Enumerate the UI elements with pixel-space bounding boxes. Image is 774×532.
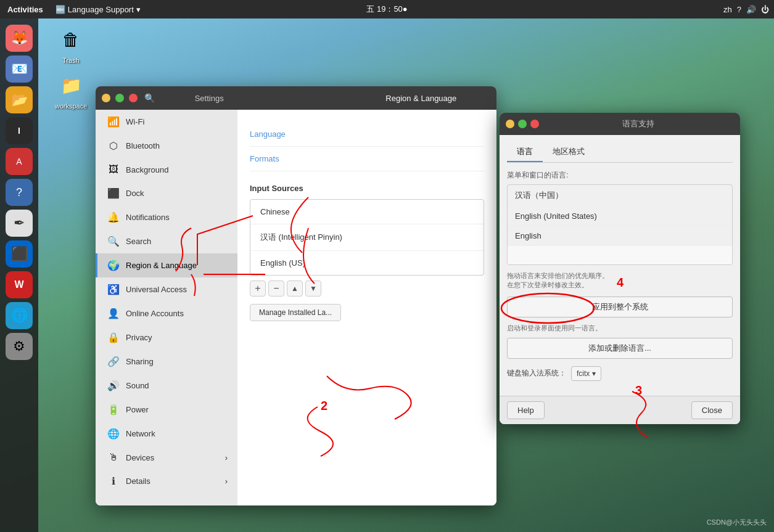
sound-icon: 🔊 [107, 380, 120, 391]
move-up-button[interactable]: ▲ [287, 280, 303, 297]
menu-lang-label: 菜单和窗口的语言: [507, 170, 733, 181]
settings-body: 📶 Wi-Fi ⬡ Bluetooth 🖼 Background ⬛ Dock … [96, 110, 496, 505]
dock-firefox[interactable]: 🦊 [6, 25, 33, 52]
settings-sidebar: 📶 Wi-Fi ⬡ Bluetooth 🖼 Background ⬛ Dock … [96, 110, 237, 505]
search-icon[interactable]: 🔍 [142, 91, 156, 105]
sidebar-item-bluetooth[interactable]: ⬡ Bluetooth [96, 134, 237, 158]
close-button[interactable] [129, 94, 138, 102]
apply-system-button[interactable]: 应用到整个系统 [507, 297, 733, 317]
settings-subtitle: Region & Language [385, 94, 456, 103]
sidebar-item-dock[interactable]: ⬛ Dock [96, 181, 237, 205]
top-panel: Activities 🔤 Language Support ▾ 五 19：50●… [0, 0, 774, 18]
background-icon: 🖼 [107, 164, 120, 175]
dock-browser[interactable]: 🌐 [6, 302, 33, 329]
lang-hint: 拖动语言来安排他们的优先顺序。在您下次登录时修改主效。 [507, 271, 733, 290]
lang-english[interactable]: English [508, 226, 732, 246]
dialog-close-button[interactable]: Close [691, 401, 733, 419]
desktop-area: 🗑 Trash 📁 workspace [46, 25, 96, 116]
maximize-button[interactable] [115, 94, 124, 102]
dock-intellij[interactable]: I [6, 117, 33, 144]
minimize-button[interactable] [102, 94, 110, 102]
dock-wps[interactable]: W [6, 271, 33, 298]
wifi-icon: 📶 [107, 116, 120, 128]
add-source-button[interactable]: + [250, 280, 266, 297]
dock-files[interactable]: 📂 [6, 86, 33, 113]
sidebar-item-devices[interactable]: 🖱 Devices › [96, 446, 237, 469]
login-hint: 启动和登录界面使用同一语言。 [507, 324, 733, 333]
clock: 五 19：50● [366, 4, 407, 15]
activities-button[interactable]: Activities [0, 5, 51, 14]
input-sources-title: Input Sources [250, 184, 484, 193]
lang-minimize-button[interactable] [506, 120, 514, 128]
dock-icon: ⬛ [107, 187, 120, 199]
input-sources-controls: + − ▲ ▼ [250, 280, 484, 297]
dock-help[interactable]: ? [6, 179, 33, 206]
lang-dialog-title: 语言支持 [622, 118, 654, 129]
lang-list-empty [508, 246, 732, 264]
language-row: Language [250, 122, 484, 147]
app-title[interactable]: 🔤 Language Support ▾ [51, 5, 146, 14]
sharing-icon: 🔗 [107, 356, 120, 367]
workspace-icon[interactable]: 📁 workspace [46, 70, 96, 110]
notifications-icon: 🔔 [107, 211, 120, 223]
privacy-icon: 🔒 [107, 332, 120, 343]
language-label[interactable]: Language [250, 129, 324, 139]
lang-maximize-button[interactable] [518, 120, 527, 128]
details-arrow: › [225, 477, 228, 486]
lang-english-us[interactable]: English (United States) [508, 207, 732, 226]
sidebar-item-power[interactable]: 🔋 Power [96, 398, 237, 422]
dock-thunderbird[interactable]: 📧 [6, 55, 33, 83]
bluetooth-icon: ⬡ [107, 140, 120, 152]
sidebar-item-search[interactable]: 🔍 Search [96, 229, 237, 253]
tab-language[interactable]: 语言 [507, 142, 543, 162]
sidebar-item-sharing[interactable]: 🔗 Sharing [96, 350, 237, 374]
devices-icon: 🖱 [107, 452, 120, 463]
keyboard-icon[interactable]: zh [723, 5, 732, 14]
help-icon[interactable]: ? [737, 5, 741, 14]
lang-close-button[interactable] [530, 120, 539, 128]
power-icon[interactable]: ⏻ [761, 5, 769, 14]
manage-languages-button[interactable]: Manage Installed La... [250, 304, 341, 321]
watermark: CSDN@小无头头头 [707, 518, 767, 527]
dock-texteditor[interactable]: A [6, 148, 33, 175]
sidebar-item-details[interactable]: ℹ Details › [96, 469, 237, 493]
lang-list: 汉语（中国） English (United States) English [507, 184, 733, 265]
input-source-english[interactable]: English (US) [250, 251, 484, 275]
universal-icon: ♿ [107, 284, 120, 295]
sidebar-item-sound[interactable]: 🔊 Sound [96, 374, 237, 398]
remove-source-button[interactable]: − [268, 280, 284, 297]
lang-chinese[interactable]: 汉语（中国） [508, 185, 732, 207]
add-remove-lang-button[interactable]: 添加或删除语言... [507, 338, 733, 359]
dock-settings[interactable]: ⚙ [6, 333, 33, 360]
search-sidebar-icon: 🔍 [107, 235, 120, 247]
details-icon: ℹ [107, 475, 120, 487]
sidebar-item-online[interactable]: 👤 Online Accounts [96, 301, 237, 325]
keyboard-select[interactable]: fcitx ▾ [571, 366, 601, 381]
sidebar-item-privacy[interactable]: 🔒 Privacy [96, 325, 237, 350]
sidebar-item-universal[interactable]: ♿ Universal Access [96, 277, 237, 301]
dock-inkscape[interactable]: ✒ [6, 210, 33, 237]
tab-region-format[interactable]: 地区格式 [543, 142, 595, 162]
volume-icon[interactable]: 🔊 [746, 5, 756, 14]
sidebar-item-wifi[interactable]: 📶 Wi-Fi [96, 110, 237, 134]
trash-icon[interactable]: 🗑 Trash [46, 25, 96, 64]
help-button[interactable]: Help [507, 401, 545, 419]
sidebar-item-network[interactable]: 🌐 Network [96, 422, 237, 446]
sidebar-item-background[interactable]: 🖼 Background [96, 158, 237, 181]
dropdown-icon: ▾ [136, 5, 141, 14]
input-sources-list: Chinese 汉语 (Intelligent Pinyin) English … [250, 199, 484, 276]
settings-window: 🔍 Settings Region & Language 📶 Wi-Fi ⬡ B… [96, 86, 496, 505]
network-icon: 🌐 [107, 428, 120, 440]
formats-label[interactable]: Formats [250, 154, 324, 163]
lang-dialog-footer: Help Close [500, 396, 740, 424]
sidebar-item-notifications[interactable]: 🔔 Notifications [96, 205, 237, 229]
dock: 🦊 📧 📂 I A ? ✒ ⬛ W 🌐 ⚙ [0, 18, 38, 532]
move-down-button[interactable]: ▼ [305, 280, 321, 297]
input-source-chinese[interactable]: Chinese [250, 200, 484, 224]
online-icon: 👤 [107, 308, 120, 319]
sidebar-item-region[interactable]: 🌍 Region & Language [96, 253, 237, 277]
dock-vscode[interactable]: ⬛ [6, 240, 33, 268]
app-icon: 🔤 [56, 5, 65, 14]
region-icon: 🌍 [107, 260, 120, 271]
input-source-pinyin[interactable]: 汉语 (Intelligent Pinyin) [250, 224, 484, 251]
